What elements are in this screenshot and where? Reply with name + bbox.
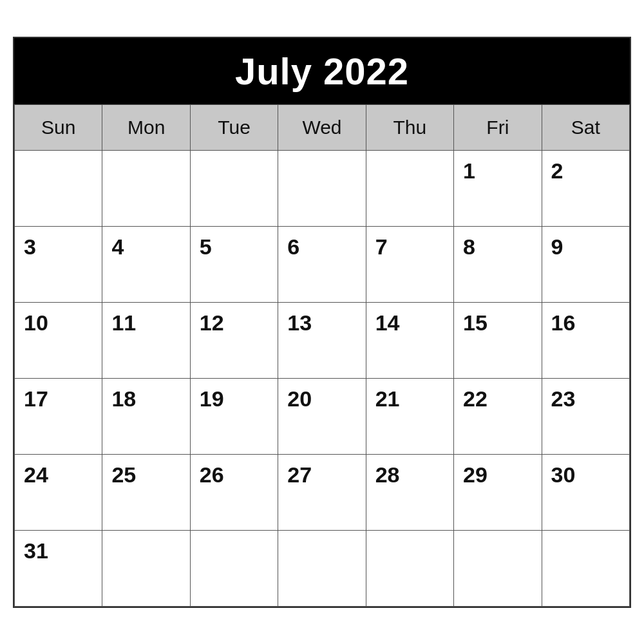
calendar-header-row: SunMonTueWedThuFriSat [15,104,630,150]
day-header-tue: Tue [190,104,278,150]
calendar-day-2: 2 [542,150,629,226]
calendar-day-22: 22 [454,378,542,454]
calendar-empty-cell [102,150,190,226]
calendar-day-6: 6 [278,226,366,302]
calendar-day-12: 12 [190,302,278,378]
calendar-day-20: 20 [278,378,366,454]
calendar-grid: SunMonTueWedThuFriSat 123456789101112131… [14,104,630,607]
calendar-day-24: 24 [15,454,102,530]
calendar-day-10: 10 [15,302,102,378]
calendar-day-17: 17 [15,378,102,454]
calendar-day-4: 4 [102,226,190,302]
calendar-empty-cell [542,530,629,606]
calendar-empty-cell [454,530,542,606]
calendar-week-1: 12 [15,150,630,226]
calendar-day-5: 5 [190,226,278,302]
calendar-day-29: 29 [454,454,542,530]
calendar-empty-cell [190,150,278,226]
day-header-sun: Sun [15,104,102,150]
calendar-week-4: 17181920212223 [15,378,630,454]
day-header-mon: Mon [102,104,190,150]
calendar-day-23: 23 [542,378,629,454]
calendar-empty-cell [366,150,453,226]
calendar-empty-cell [102,530,190,606]
calendar-day-18: 18 [102,378,190,454]
calendar-day-31: 31 [15,530,102,606]
day-header-thu: Thu [366,104,453,150]
calendar-day-30: 30 [542,454,629,530]
calendar-day-26: 26 [190,454,278,530]
calendar-day-25: 25 [102,454,190,530]
calendar: July 2022 SunMonTueWedThuFriSat 12345678… [13,37,631,608]
calendar-day-8: 8 [454,226,542,302]
calendar-day-7: 7 [366,226,453,302]
calendar-empty-cell [15,150,102,226]
calendar-day-21: 21 [366,378,453,454]
day-header-fri: Fri [454,104,542,150]
calendar-empty-cell [190,530,278,606]
calendar-week-3: 10111213141516 [15,302,630,378]
calendar-title: July 2022 [14,38,630,104]
calendar-week-6: 31 [15,530,630,606]
calendar-week-5: 24252627282930 [15,454,630,530]
day-header-sat: Sat [542,104,629,150]
calendar-day-3: 3 [15,226,102,302]
calendar-day-28: 28 [366,454,453,530]
calendar-day-15: 15 [454,302,542,378]
calendar-day-9: 9 [542,226,629,302]
calendar-week-2: 3456789 [15,226,630,302]
calendar-empty-cell [278,530,366,606]
day-header-wed: Wed [278,104,366,150]
calendar-day-13: 13 [278,302,366,378]
calendar-day-27: 27 [278,454,366,530]
calendar-empty-cell [278,150,366,226]
calendar-empty-cell [366,530,453,606]
calendar-day-16: 16 [542,302,629,378]
calendar-day-19: 19 [190,378,278,454]
calendar-day-1: 1 [454,150,542,226]
calendar-day-14: 14 [366,302,453,378]
calendar-day-11: 11 [102,302,190,378]
